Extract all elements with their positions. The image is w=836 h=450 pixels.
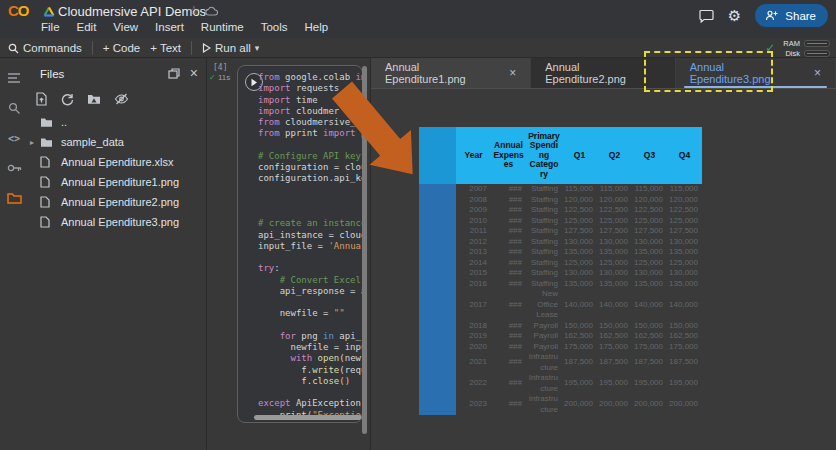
sheet-body: 2007###Staffing115,000115,000115,000115,… xyxy=(419,184,702,415)
sheet-cell: 175,000 xyxy=(597,342,632,353)
share-button[interactable]: Share xyxy=(755,4,828,27)
menu-help[interactable]: Help xyxy=(305,21,329,33)
sheet-band-cell xyxy=(419,373,456,394)
sheet-cell: 125,000 xyxy=(667,258,702,269)
mount-drive-icon[interactable] xyxy=(87,93,101,105)
sheet-cell: 130,000 xyxy=(667,268,702,279)
secrets-key-icon[interactable] xyxy=(6,160,22,176)
table-row: 2021###Infrastructure187,500187,500187,5… xyxy=(419,352,702,373)
file-tree-item[interactable]: Annual Ependiture1.png xyxy=(28,172,206,192)
file-tree-item[interactable]: Annual Ependiture2.png xyxy=(28,192,206,212)
sheet-cell: 2018 xyxy=(456,321,491,332)
menu-insert[interactable]: Insert xyxy=(155,21,184,33)
sheet-cell: 200,000 xyxy=(562,394,597,415)
menu-tools[interactable]: Tools xyxy=(261,21,288,33)
sheet-band-cell xyxy=(419,352,456,373)
table-row: 2018###Payroll150,000150,000150,000150,0… xyxy=(419,321,702,332)
table-row: 2014###Staffing125,000125,000125,000125,… xyxy=(419,258,702,269)
files-folder-icon[interactable] xyxy=(6,190,22,206)
colab-logo-icon[interactable]: CO xyxy=(8,2,29,19)
disk-label: Disk xyxy=(785,49,800,58)
sheet-corner-cell xyxy=(419,127,456,184)
sheet-cell: 122,500 xyxy=(562,205,597,216)
tab-close-icon[interactable]: × xyxy=(509,67,516,79)
upload-file-icon[interactable] xyxy=(35,92,48,106)
tab-close-icon[interactable]: × xyxy=(814,67,821,79)
sheet-band-cell xyxy=(419,205,456,216)
sheet-cell: 2007 xyxy=(456,184,491,195)
disk-gauge xyxy=(804,50,830,57)
sheet-cell: Staffing xyxy=(526,258,562,269)
sheet-cell: ### xyxy=(491,373,526,394)
file-tree-item-label: Annual Ependiture3.png xyxy=(61,216,179,228)
sheet-cell: 127,500 xyxy=(597,226,632,237)
sheet-cell: 200,000 xyxy=(597,394,632,415)
add-text-button[interactable]: + Text xyxy=(150,42,181,54)
notebook-title[interactable]: Cloudmersive API Demos xyxy=(58,4,206,19)
table-row: 2020###Payroll175,000175,000175,000175,0… xyxy=(419,342,702,353)
sheet-cell: ### xyxy=(491,331,526,342)
expand-chevron-icon[interactable]: ▸ xyxy=(30,138,34,147)
file-tree-item[interactable]: Annual Ependiture.xlsx xyxy=(28,152,206,172)
sheet-cell: Infrastructure xyxy=(526,394,562,415)
colab-window: CO Cloudmersive API Demos ☆ FileEditView… xyxy=(0,0,836,450)
hidden-files-icon[interactable] xyxy=(114,93,129,105)
sheet-cell: 135,000 xyxy=(667,279,702,290)
sheet-cell: 140,000 xyxy=(562,289,597,321)
folder-icon xyxy=(40,137,54,148)
sheet-cell: 2011 xyxy=(456,226,491,237)
comments-icon[interactable] xyxy=(699,9,714,23)
file-tree: ..▸sample_dataAnnual Ependiture.xlsxAnnu… xyxy=(28,112,206,232)
sheet-cell: 187,500 xyxy=(597,352,632,373)
close-panel-icon[interactable]: × xyxy=(190,66,198,80)
menu-edit[interactable]: Edit xyxy=(77,21,97,33)
share-button-label: Share xyxy=(785,10,816,22)
menu-bar: FileEditViewInsertRuntimeToolsHelp xyxy=(41,21,328,33)
run-all-button[interactable]: Run all ▾ xyxy=(202,42,259,54)
sheet-cell: 130,000 xyxy=(667,237,702,248)
file-tree-item[interactable]: Annual Ependiture3.png xyxy=(28,212,206,232)
menu-view[interactable]: View xyxy=(113,21,138,33)
sheet-cell: Infrastructure xyxy=(526,352,562,373)
code-snippets-icon[interactable]: <> xyxy=(6,130,22,146)
sheet-cell: 2019 xyxy=(456,331,491,342)
resource-gauges[interactable]: ✓ RAM Disk xyxy=(765,38,830,58)
settings-gear-icon[interactable]: ⚙ xyxy=(728,8,741,23)
file-icon xyxy=(40,176,54,188)
sheet-cell: 122,500 xyxy=(597,205,632,216)
code-line: # create an instance o xyxy=(258,218,362,229)
file-tree-item[interactable]: ▸sample_data xyxy=(28,132,206,152)
sheet-cell: Staffing xyxy=(526,226,562,237)
sheet-header: YearAnnual ExpensesPrimary Spending Cate… xyxy=(419,127,702,184)
menu-file[interactable]: File xyxy=(41,21,60,33)
add-code-button[interactable]: + Code xyxy=(103,42,140,54)
menu-runtime[interactable]: Runtime xyxy=(201,21,244,33)
sheet-column-header: Q1 xyxy=(562,127,597,184)
sheet-column-header: Annual Expenses xyxy=(491,127,526,184)
sheet-band-cell xyxy=(419,289,456,321)
commands-button[interactable]: Commands xyxy=(8,42,82,54)
panel-layout-icon[interactable] xyxy=(168,68,180,79)
find-replace-icon[interactable] xyxy=(6,100,22,116)
files-panel-title: Files xyxy=(40,68,64,80)
sheet-cell: 130,000 xyxy=(562,268,597,279)
sheet-cell: 135,000 xyxy=(597,279,632,290)
file-tree-item[interactable]: .. xyxy=(28,112,206,132)
table-of-contents-icon[interactable] xyxy=(6,70,22,86)
refresh-icon[interactable] xyxy=(61,93,74,106)
code-horizontal-scrollbar[interactable] xyxy=(254,415,362,420)
folder-icon xyxy=(40,117,54,128)
sheet-cell: 135,000 xyxy=(632,279,667,290)
sheet-cell: Infrastructure xyxy=(526,373,562,394)
sheet-cell: 140,000 xyxy=(597,289,632,321)
run-all-dropdown-icon[interactable]: ▾ xyxy=(255,43,260,53)
sheet-cell: 130,000 xyxy=(562,237,597,248)
sheet-band-cell xyxy=(419,216,456,227)
sheet-cell: 115,000 xyxy=(667,184,702,195)
sheet-cell: 125,000 xyxy=(562,258,597,269)
table-row: 2019###Payroll162,500162,500162,500162,5… xyxy=(419,331,702,342)
sheet-cell: 135,000 xyxy=(597,247,632,258)
star-icon[interactable]: ☆ xyxy=(188,3,200,18)
sheet-cell: 130,000 xyxy=(632,237,667,248)
sheet-cell: 2014 xyxy=(456,258,491,269)
